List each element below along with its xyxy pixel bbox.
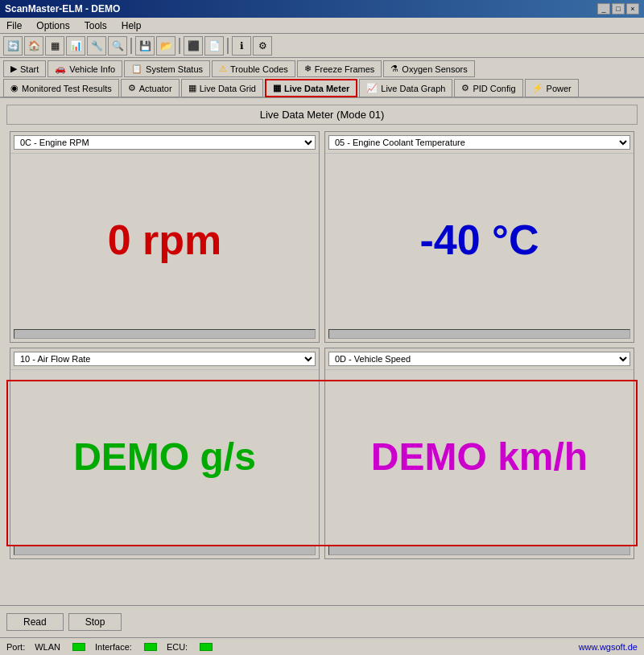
tab-trouble-codes[interactable]: ⚠ Trouble Codes [212,60,295,77]
menu-options[interactable]: Options [33,19,72,32]
window-controls[interactable]: _ □ × [597,3,639,14]
maximize-button[interactable]: □ [612,3,625,14]
port-indicator [72,643,85,651]
meter-panel-4: 0D - Vehicle Speed DEMO km/h [324,348,634,559]
meters-container: 0C - Engine RPM 0 rpm 05 - Engine Coolan… [3,128,641,562]
pid-icon: ⚙ [461,83,469,93]
tab-oxygen-label: Oxygen Sensors [402,64,467,74]
toolbar-btn-11[interactable]: ℹ [232,36,251,56]
meter-select-row-1: 0C - Engine RPM [10,132,319,154]
monitored-icon: ◉ [10,83,19,93]
meter-panel-1: 0C - Engine RPM 0 rpm [10,131,320,343]
meter-value-1: 0 rpm [108,216,222,264]
toolbar-sep-3 [227,38,229,54]
tab-trouble-label: Trouble Codes [230,64,288,74]
meter-select-row-4: 0D - Vehicle Speed [325,348,634,370]
close-button[interactable]: × [626,3,639,14]
menu-bar: File Options Tools Help [0,18,644,34]
meter-progress-4 [328,546,630,555]
tab-power-label: Power [547,84,572,93]
interface-label: Interface: [95,642,132,652]
page-title: Live Data Meter (Mode 01) [6,105,638,125]
main-content: Live Data Meter (Mode 01) 0C - Engine RP… [0,98,644,605]
vehicle-icon: 🚗 [55,64,66,74]
meter-select-4[interactable]: 0D - Vehicle Speed [328,352,630,366]
meter-select-3[interactable]: 10 - Air Flow Rate [14,352,316,366]
meter-progress-1 [14,329,316,339]
toolbar-btn-7[interactable]: 💾 [135,36,155,56]
meter-select-1[interactable]: 0C - Engine RPM [14,135,316,150]
tab-live-data-grid[interactable]: ▦ Live Data Grid [181,79,263,97]
oxygen-icon: ⚗ [390,64,398,74]
tab-row-1: ▶ Start 🚗 Vehicle Info 📋 System Status ⚠… [0,58,644,76]
ecu-indicator [200,643,213,651]
bottom-controls: Read Stop [0,605,644,637]
meter-progress-3 [14,546,316,555]
minimize-button[interactable]: _ [597,3,610,14]
toolbar-sep-1 [130,38,132,54]
actuator-icon: ⚙ [128,83,136,93]
stop-button[interactable]: Stop [68,613,122,631]
toolbar-btn-1[interactable]: 🔄 [3,36,23,56]
start-icon: ▶ [10,64,17,74]
status-bar: Port: WLAN Interface: ECU: www.wgsoft.de [0,637,644,655]
tab-row-2: ◉ Monitored Test Results ⚙ Actuator ▦ Li… [0,76,644,98]
tab-graph-label: Live Data Graph [381,84,445,93]
tab-monitored-test[interactable]: ◉ Monitored Test Results [3,79,119,97]
toolbar-btn-2[interactable]: 🏠 [24,36,43,56]
menu-file[interactable]: File [3,19,25,32]
toolbar-btn-5[interactable]: 🔧 [87,36,106,56]
toolbar-sep-2 [179,38,180,54]
toolbar-btn-9[interactable]: ⬛ [184,36,203,56]
meter-panel-3: 10 - Air Flow Rate DEMO g/s [10,348,320,559]
port-value: WLAN [35,642,60,652]
power-icon: ⚡ [532,83,543,93]
tab-freeze-label: Freeze Frames [315,64,375,74]
toolbar-btn-12[interactable]: ⚙ [253,36,272,56]
website-link[interactable]: www.wgsoft.de [579,642,638,652]
demo-outline-4: DEMO km/h [328,373,630,539]
tab-vehicle-info[interactable]: 🚗 Vehicle Info [47,60,122,77]
tab-actuator-label: Actuator [139,84,172,93]
tab-start[interactable]: ▶ Start [3,60,46,77]
tab-vehicle-label: Vehicle Info [69,64,115,74]
menu-tools[interactable]: Tools [81,19,110,32]
meter-icon: ▦ [273,83,281,93]
title-bar: ScanMaster-ELM - DEMO _ □ × [0,0,644,18]
tab-freeze-frames[interactable]: ❄ Freeze Frames [297,60,382,77]
tab-live-data-graph[interactable]: 📈 Live Data Graph [359,79,452,97]
toolbar: 🔄 🏠 ▦ 📊 🔧 🔍 💾 📂 ⬛ 📄 ℹ ⚙ [0,34,644,58]
tab-system-status[interactable]: 📋 System Status [124,60,210,77]
freeze-icon: ❄ [304,64,312,74]
meter-progress-2 [328,329,630,339]
meter-select-2[interactable]: 05 - Engine Coolant Temperature [328,135,630,150]
meter-display-1: 0 rpm [10,154,319,326]
tab-power[interactable]: ⚡ Power [525,79,579,97]
interface-indicator [144,643,157,651]
meter-value-4: DEMO km/h [371,435,588,479]
tab-system-label: System Status [146,64,203,74]
tab-meter-label: Live Data Meter [284,84,349,93]
toolbar-btn-4[interactable]: 📊 [66,36,85,56]
ecu-label: ECU: [167,642,188,652]
tab-live-data-meter[interactable]: ▦ Live Data Meter [265,79,357,97]
status-left: Port: WLAN Interface: ECU: [6,642,213,652]
meter-select-row-2: 05 - Engine Coolant Temperature [325,132,634,154]
menu-help[interactable]: Help [118,19,145,32]
tab-start-label: Start [20,64,39,74]
meter-display-2: -40 °C [325,154,634,326]
meter-value-3: DEMO g/s [73,435,256,479]
graph-icon: 📈 [366,83,378,93]
trouble-icon: ⚠ [219,64,227,74]
tab-pid-config[interactable]: ⚙ PID Config [454,79,522,97]
toolbar-btn-6[interactable]: 🔍 [108,36,127,56]
toolbar-btn-3[interactable]: ▦ [45,36,64,56]
read-button[interactable]: Read [6,613,64,631]
toolbar-btn-8[interactable]: 📂 [156,36,175,56]
meter-panel-2: 05 - Engine Coolant Temperature -40 °C [324,131,634,343]
tab-grid-label: Live Data Grid [200,84,256,93]
tab-oxygen-sensors[interactable]: ⚗ Oxygen Sensors [383,60,474,77]
tab-actuator[interactable]: ⚙ Actuator [121,79,180,97]
tab-pid-label: PID Config [473,84,515,93]
toolbar-btn-10[interactable]: 📄 [204,36,224,56]
